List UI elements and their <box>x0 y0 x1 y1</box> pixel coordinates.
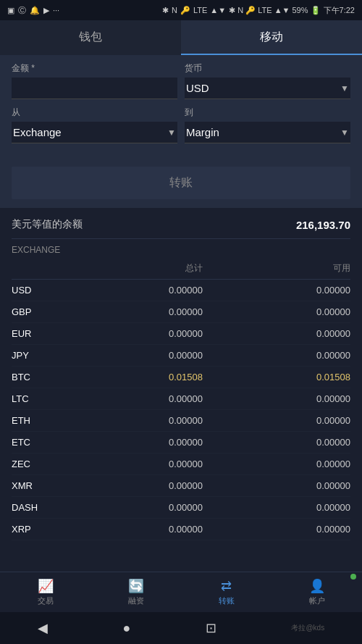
amount-label: 金额 * <box>12 62 177 75</box>
from-select[interactable]: Exchange ▼ <box>12 122 177 143</box>
table-row: ETH 0.00000 0.00000 <box>12 410 350 432</box>
cell-available-0: 0.00000 <box>264 285 350 296</box>
currency-chevron-icon: ▼ <box>340 83 349 93</box>
table-row: JPY 0.00000 0.00000 <box>12 345 350 367</box>
cell-currency-8: ZEC <box>12 459 55 469</box>
nav-label-trade: 交易 <box>38 595 54 606</box>
header-total: 总计 <box>116 262 203 275</box>
nav-item-trade[interactable]: 📈 交易 <box>0 572 90 612</box>
nav-label-account: 帐户 <box>309 595 325 606</box>
tab-wallet[interactable]: 钱包 <box>0 20 181 55</box>
cell-available-3: 0.00000 <box>264 350 350 361</box>
currency-value: USD <box>186 82 340 94</box>
to-chevron-icon: ▼ <box>340 127 349 138</box>
cell-total-1: 0.00000 <box>116 306 203 317</box>
cell-total-2: 0.00000 <box>116 328 203 339</box>
cell-total-0: 0.00000 <box>116 285 203 296</box>
from-to-row: 从 Exchange ▼ 到 Margin ▼ <box>12 106 350 143</box>
system-nav: ◀ ● ⊡ 考拉@kds <box>0 612 362 644</box>
cell-total-7: 0.00000 <box>116 437 203 448</box>
table-row: XMR 0.00000 0.00000 <box>12 475 350 497</box>
cell-total-11: 0.00000 <box>116 524 203 535</box>
cell-currency-9: XMR <box>12 480 55 491</box>
cell-currency-0: USD <box>12 285 55 296</box>
notification-icon: 🔔 <box>30 6 40 15</box>
from-value: Exchange <box>13 126 167 138</box>
cell-currency-7: ETC <box>12 437 55 448</box>
nav-item-account[interactable]: 👤 帐户 <box>272 572 362 612</box>
nav-label-fund: 融资 <box>128 595 144 606</box>
cell-available-11: 0.00000 <box>264 524 350 535</box>
balance-label: 美元等值的余额 <box>12 218 83 231</box>
nfc-icon: N <box>172 6 177 14</box>
cell-currency-10: DASH <box>12 502 55 513</box>
transfer-button-row: 转账 <box>0 158 362 208</box>
to-value: Margin <box>186 126 340 138</box>
exchange-label: EXCHANGE <box>12 239 350 258</box>
play-icon: ▶ <box>43 6 49 15</box>
cell-currency-5: LTC <box>12 393 55 404</box>
cell-available-5: 0.00000 <box>264 393 350 404</box>
tab-mobile[interactable]: 移动 <box>181 20 362 55</box>
from-label: 从 <box>12 106 177 119</box>
to-label: 到 <box>185 106 350 119</box>
table-row: GBP 0.00000 0.00000 <box>12 301 350 323</box>
nav-item-fund[interactable]: 🔄 融资 <box>90 572 181 612</box>
account-online-dot <box>350 574 356 580</box>
transfer-icon: ⇄ <box>221 578 232 594</box>
status-right-icons: ✱ N 🔑 LTE ▲▼ ✱ N 🔑 LTE ▲▼ 59% 🔋 下午7:22 <box>162 5 355 16</box>
cell-currency-11: XRP <box>12 524 55 535</box>
amount-currency-row: 金额 * 货币 USD ▼ <box>12 62 350 99</box>
cell-available-10: 0.00000 <box>264 502 350 513</box>
status-left-icons: ▣ Ⓒ 🔔 ▶ ··· <box>7 5 59 16</box>
currency-label: 货币 <box>185 62 350 75</box>
currency-select[interactable]: USD ▼ <box>185 78 350 99</box>
app-icon-1: ▣ <box>7 6 14 15</box>
account-icon: 👤 <box>309 578 325 594</box>
battery-percent: ✱ N 🔑 LTE ▲▼ 59% 🔋 <box>229 6 320 15</box>
from-field: 从 Exchange ▼ <box>12 106 177 143</box>
asset-table: EXCHANGE 总计 可用 USD 0.00000 0.00000 GBP 0… <box>0 239 362 582</box>
to-field: 到 Margin ▼ <box>185 106 350 143</box>
footer-label: 考拉@kds <box>291 623 324 633</box>
time-display: 下午7:22 <box>324 5 355 16</box>
nav-item-transfer[interactable]: ⇄ 转账 <box>181 572 272 612</box>
cell-total-5: 0.00000 <box>116 393 203 404</box>
cell-available-7: 0.00000 <box>264 437 350 448</box>
cell-currency-6: ETH <box>12 415 55 426</box>
cell-available-9: 0.00000 <box>264 480 350 491</box>
header-available: 可用 <box>264 262 350 275</box>
currency-field: 货币 USD ▼ <box>185 62 350 99</box>
cell-total-3: 0.00000 <box>116 350 203 361</box>
nav-label-transfer: 转账 <box>219 595 235 606</box>
header-currency <box>12 262 55 275</box>
cell-total-9: 0.00000 <box>116 480 203 491</box>
balance-section: 美元等值的余额 216,193.70 <box>0 208 362 238</box>
table-row: XRP 0.00000 0.00000 <box>12 519 350 540</box>
cell-total-6: 0.00000 <box>116 415 203 426</box>
cell-currency-4: BTC <box>12 372 55 382</box>
cell-total-8: 0.00000 <box>116 459 203 469</box>
bluetooth-icon: ✱ <box>162 6 169 15</box>
amount-input[interactable] <box>12 78 177 99</box>
table-row: DASH 0.00000 0.00000 <box>12 497 350 519</box>
transfer-button[interactable]: 转账 <box>12 167 350 199</box>
recents-button[interactable]: ⊡ <box>206 620 216 636</box>
to-select[interactable]: Margin ▼ <box>185 122 350 143</box>
bottom-nav: 📈 交易 🔄 融资 ⇄ 转账 👤 帐户 <box>0 572 362 612</box>
cell-total-10: 0.00000 <box>116 502 203 513</box>
cell-available-8: 0.00000 <box>264 459 350 469</box>
fund-icon: 🔄 <box>128 578 144 594</box>
signal-icon: ▲▼ <box>210 6 226 14</box>
table-row: USD 0.00000 0.00000 <box>12 280 350 301</box>
cell-currency-3: JPY <box>12 350 55 361</box>
cell-available-4: 0.01508 <box>264 372 350 382</box>
table-header: 总计 可用 <box>12 258 350 280</box>
back-button[interactable]: ◀ <box>38 620 48 636</box>
home-button[interactable]: ● <box>122 621 130 636</box>
cell-currency-2: EUR <box>12 328 55 339</box>
status-bar: ▣ Ⓒ 🔔 ▶ ··· ✱ N 🔑 LTE ▲▼ ✱ N 🔑 LTE ▲▼ 59… <box>0 0 362 20</box>
cell-total-4: 0.01508 <box>116 372 203 382</box>
from-chevron-icon: ▼ <box>167 127 176 138</box>
dots: ··· <box>53 6 59 14</box>
